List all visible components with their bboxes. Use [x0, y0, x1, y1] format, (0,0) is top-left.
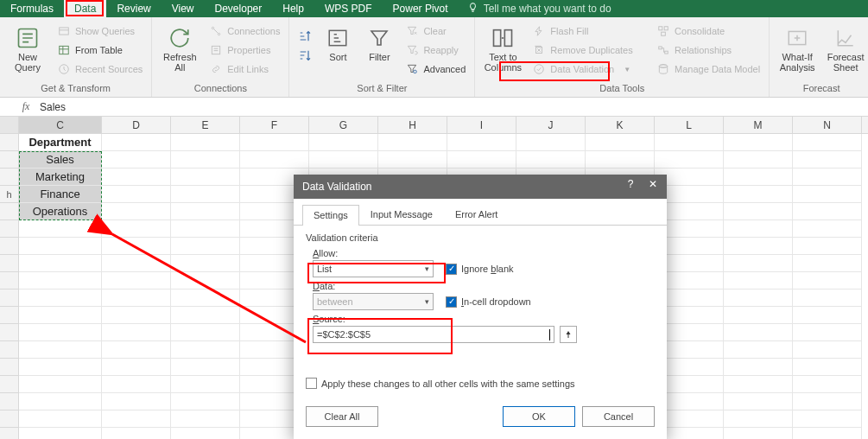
flash-fill-button[interactable]: Flash Fill	[530, 22, 648, 40]
cell[interactable]	[102, 272, 171, 289]
cell[interactable]	[724, 169, 793, 186]
cell[interactable]	[19, 359, 102, 376]
clear-all-button[interactable]: Clear All	[306, 406, 378, 427]
cell[interactable]	[102, 134, 171, 151]
reapply-button[interactable]: Reapply	[403, 41, 467, 59]
cell[interactable]	[724, 255, 793, 272]
cell[interactable]	[447, 151, 516, 169]
new-query-button[interactable]: New Query	[7, 21, 48, 73]
cell[interactable]	[171, 307, 240, 324]
col-header-h[interactable]: H	[378, 117, 447, 133]
close-icon[interactable]: ✕	[644, 178, 662, 190]
dialog-titlebar[interactable]: Data Validation ? ✕	[294, 175, 667, 199]
tab-data[interactable]: Data	[64, 0, 106, 17]
row-header[interactable]	[0, 393, 19, 410]
fx-icon[interactable]: fx	[17, 100, 35, 113]
tab-review[interactable]: Review	[106, 0, 161, 17]
sort-button[interactable]: Sort	[320, 21, 355, 62]
show-queries-button[interactable]: Show Queries	[55, 22, 144, 40]
cell[interactable]	[793, 203, 862, 220]
cell-c3[interactable]: Marketing	[19, 169, 102, 186]
edit-links-button[interactable]: Edit Links	[207, 60, 282, 78]
row-header[interactable]	[0, 324, 19, 341]
cell[interactable]	[19, 428, 102, 439]
cell[interactable]	[171, 341, 240, 359]
connections-button[interactable]: Connections	[207, 22, 282, 40]
cell[interactable]	[724, 134, 793, 151]
cell[interactable]	[171, 289, 240, 307]
in-cell-dropdown-checkbox[interactable]: ✓In-cell dropdown	[446, 296, 531, 308]
col-header-e[interactable]: E	[171, 117, 240, 133]
dialog-tab-input-message[interactable]: Input Message	[359, 204, 444, 225]
col-header-d[interactable]: D	[102, 117, 171, 133]
cell[interactable]	[724, 359, 793, 376]
cell[interactable]	[724, 376, 793, 393]
row-header[interactable]	[0, 238, 19, 255]
cell[interactable]	[102, 307, 171, 324]
col-header-m[interactable]: M	[724, 117, 793, 133]
cell[interactable]	[724, 324, 793, 341]
tab-formulas[interactable]: Formulas	[0, 0, 64, 17]
cell[interactable]	[19, 376, 102, 393]
forecast-sheet-button[interactable]: Forecast Sheet	[825, 21, 866, 73]
row-header[interactable]	[0, 289, 19, 307]
cell[interactable]	[171, 376, 240, 393]
cell[interactable]	[171, 186, 240, 203]
cell[interactable]	[102, 203, 171, 220]
cell[interactable]	[724, 151, 793, 169]
col-header-f[interactable]: F	[240, 117, 309, 133]
cell[interactable]	[724, 238, 793, 255]
from-table-button[interactable]: From Table	[55, 41, 144, 59]
col-header-k[interactable]: K	[586, 117, 655, 133]
col-header-n[interactable]: N	[793, 117, 862, 133]
ok-button[interactable]: OK	[503, 406, 575, 427]
sort-asc-button[interactable]	[296, 28, 314, 45]
row-header[interactable]	[0, 255, 19, 272]
cell[interactable]	[793, 410, 862, 428]
apply-same-checkbox[interactable]: Apply these changes to all other cells w…	[306, 378, 655, 389]
cell[interactable]	[793, 428, 862, 439]
cell[interactable]	[171, 410, 240, 428]
cell[interactable]	[447, 134, 516, 151]
col-header-l[interactable]: L	[655, 117, 724, 133]
row-header[interactable]	[0, 134, 19, 151]
cell[interactable]	[102, 220, 171, 238]
source-input[interactable]: =$C$2:$C$5	[313, 326, 554, 343]
remove-duplicates-button[interactable]: Remove Duplicates	[530, 41, 648, 59]
cell[interactable]	[793, 134, 862, 151]
cell[interactable]	[102, 324, 171, 341]
cell[interactable]	[724, 428, 793, 439]
cell-c2[interactable]: Sales	[19, 151, 102, 169]
recent-sources-button[interactable]: Recent Sources	[55, 60, 144, 78]
cell[interactable]	[793, 169, 862, 186]
cell[interactable]	[309, 134, 378, 151]
cell[interactable]	[793, 186, 862, 203]
cell[interactable]	[793, 341, 862, 359]
allow-combobox[interactable]: List▾	[313, 260, 434, 277]
cell[interactable]	[102, 255, 171, 272]
cell[interactable]	[655, 151, 724, 169]
cell[interactable]	[102, 376, 171, 393]
cell[interactable]	[793, 324, 862, 341]
cell[interactable]	[724, 203, 793, 220]
cell[interactable]	[793, 359, 862, 376]
relationships-button[interactable]: Relationships	[655, 41, 762, 59]
sort-desc-button[interactable]	[296, 47, 314, 64]
col-header-c[interactable]: C	[19, 117, 102, 133]
tab-power-pivot[interactable]: Power Pivot	[383, 0, 459, 17]
dialog-tab-error-alert[interactable]: Error Alert	[444, 204, 510, 225]
row-header[interactable]	[0, 272, 19, 289]
cell[interactable]	[793, 272, 862, 289]
cell[interactable]	[19, 255, 102, 272]
cell[interactable]	[171, 238, 240, 255]
cell[interactable]	[724, 410, 793, 428]
col-header-i[interactable]: I	[447, 117, 516, 133]
cell[interactable]	[102, 289, 171, 307]
cell[interactable]	[19, 410, 102, 428]
cell[interactable]	[102, 341, 171, 359]
cell[interactable]	[102, 428, 171, 439]
row-header[interactable]	[0, 151, 19, 169]
cell[interactable]	[516, 134, 586, 151]
cell[interactable]	[171, 203, 240, 220]
cell[interactable]	[793, 376, 862, 393]
